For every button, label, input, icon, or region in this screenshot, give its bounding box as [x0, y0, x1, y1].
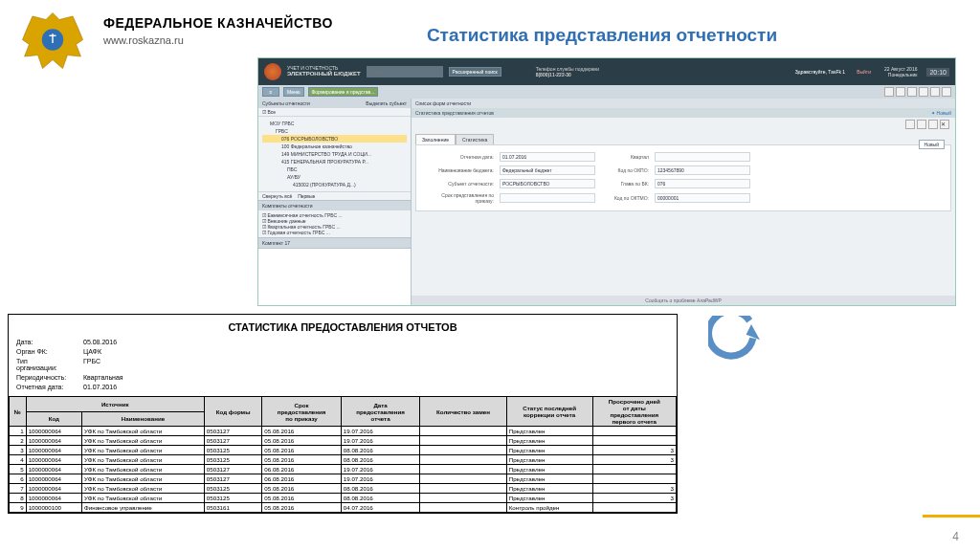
tree-item[interactable]: МОУ ГРБС: [262, 120, 407, 127]
org-url: www.roskazna.ru: [103, 34, 333, 46]
tab-statistics[interactable]: Статистика: [456, 134, 494, 144]
main-subbar: Статистика представления отчетов ✦ Новый: [412, 108, 955, 118]
oktmo-field[interactable]: 00000001: [655, 193, 750, 203]
tree-item[interactable]: 100 Федеральное казначейство: [262, 143, 407, 150]
main-panel: Список форм отчетности Статистика предст…: [412, 99, 955, 305]
budget-field[interactable]: Федеральный бюджет: [500, 165, 595, 175]
report-meta: Дата:05.08.2016 Орган ФК:ЦАФК Тип органи…: [16, 339, 669, 390]
tab-fill[interactable]: Заполнение: [415, 134, 456, 144]
report-document: СТАТИСТИКА ПРЕДОСТАВЛЕНИЯ ОТЧЕТОВ Дата:0…: [8, 314, 678, 514]
glava-field[interactable]: 076: [655, 179, 750, 188]
sidebar: Субъекты отчетности Выделить субъект ☑ В…: [258, 99, 412, 305]
accent-bar: [923, 515, 980, 518]
menu-button[interactable]: Меню: [283, 87, 304, 97]
subjects-tree[interactable]: МОУ ГРБС ГРБС 076 РОСРЫБОЛОВСТВО 100 Фед…: [258, 117, 411, 191]
table-row: 11000000064УФК по Тамбовской области0503…: [10, 427, 677, 436]
panel-action-icon[interactable]: [917, 120, 926, 129]
tree-item[interactable]: ГРБС: [262, 127, 407, 135]
toolbar-icon-6[interactable]: [942, 87, 951, 97]
status-bar[interactable]: Сообщить о проблеме АлаРаdWP: [412, 296, 955, 305]
table-row: 71000000064УФК по Тамбовской области0503…: [10, 484, 677, 494]
panel-action-icon[interactable]: [905, 120, 915, 129]
logout-link[interactable]: Выйти: [857, 69, 871, 75]
page-title: Статистика представления отчетности: [427, 25, 777, 46]
kit-checkbox[interactable]: Годовая отчетность ГРБС ...: [262, 230, 407, 235]
toolbar-icon-5[interactable]: [930, 87, 940, 97]
toolbar-icon-2[interactable]: [896, 87, 905, 97]
svg-marker-3: [746, 324, 760, 340]
table-row: 31000000064УФК по Тамбовской области0503…: [10, 446, 677, 455]
form-submit-button[interactable]: Формирование и представ...: [308, 87, 379, 97]
tree-item[interactable]: 415 ГЕНЕРАЛЬНАЯ ПРОКУРАТУРА Р...: [262, 158, 407, 165]
arrow-icon: [708, 316, 760, 367]
search-input[interactable]: [367, 66, 443, 77]
new-badge[interactable]: Новый: [919, 140, 945, 149]
toolbar-icon-3[interactable]: [907, 87, 917, 97]
table-row: 51000000064УФК по Тамбовской области0503…: [10, 465, 677, 474]
app-body: Субъекты отчетности Выделить субъект ☑ В…: [258, 99, 955, 305]
panel-action-icon[interactable]: [928, 120, 938, 129]
report-title: СТАТИСТИКА ПРЕДОСТАВЛЕНИЯ ОТЧЕТОВ: [16, 321, 669, 333]
svg-rect-2: [52, 33, 53, 43]
subject-field[interactable]: РОСРЫБОЛОВСТВО: [500, 179, 595, 188]
report-date-field[interactable]: 01.07.2016: [500, 152, 595, 162]
app-topbar: УЧЕТ И ОТЧЕТНОСТЬ ЭЛЕКТРОННЫЙ БЮДЖЕТ Рас…: [258, 58, 955, 85]
table-row: 81000000064УФК по Тамбовской области0503…: [10, 494, 677, 503]
sidebar-empty-area: [258, 248, 411, 305]
table-row: 91000000100Финансовое управление05031610…: [10, 503, 677, 513]
collapse-all-link[interactable]: Свернуть всё: [262, 193, 292, 199]
table-row: 21000000064УФК по Тамбовской области0503…: [10, 436, 677, 446]
report-table: № Источник Код формы Срок предоставления…: [9, 396, 677, 513]
clock: 20:10: [926, 68, 949, 77]
app-toolbar: ≡ Меню Формирование и представ...: [258, 85, 955, 99]
panel-close-icon[interactable]: ✕: [940, 120, 949, 129]
table-row: 61000000064УФК по Тамбовской области0503…: [10, 474, 677, 484]
current-date: 22 Август 2016 Понедельник: [884, 66, 918, 77]
first-link[interactable]: Первые: [298, 193, 315, 199]
app-logo-icon: [264, 63, 281, 80]
table-row: 41000000064УФК по Тамбовской области0503…: [10, 455, 677, 465]
toolbar-icons: [884, 87, 951, 97]
tree-item[interactable]: АУ/БУ: [262, 173, 407, 181]
quarter-field[interactable]: [655, 152, 750, 162]
okpo-field[interactable]: 1234567890: [655, 165, 750, 175]
sidebar-panel-kits: Комплекты отчетности Ежемесячная отчетно…: [258, 200, 411, 237]
app-brand: УЧЕТ И ОТЧЕТНОСТЬ ЭЛЕКТРОННЫЙ БЮДЖЕТ: [287, 66, 361, 77]
treasury-emblem-icon: [19, 10, 86, 77]
app-window: УЧЕТ И ОТЧЕТНОСТЬ ЭЛЕКТРОННЫЙ БЮДЖЕТ Рас…: [257, 57, 956, 306]
tree-item[interactable]: ПБС: [262, 165, 407, 173]
tree-item-selected[interactable]: 076 РОСРЫБОЛОВСТВО: [262, 135, 407, 143]
tree-item[interactable]: 415002 (ПРОКУРАТУРА Д...): [262, 181, 407, 188]
org-name: ФЕДЕРАЛЬНОЕ КАЗНАЧЕЙСТВО: [103, 15, 333, 31]
toolbar-icon-1[interactable]: [884, 87, 894, 97]
main-title: Список форм отчетности: [412, 99, 955, 108]
page-number: 4: [952, 530, 959, 543]
user-greeting: Здравствуйте, ТаsFk 1: [795, 69, 845, 75]
form-area: Отчетная дата: 01.07.2016 Квартал Наимен…: [415, 144, 951, 211]
toolbar-icon-4[interactable]: [919, 87, 928, 97]
sidebar-header: Субъекты отчетности Выделить субъект: [258, 99, 411, 108]
tree-item[interactable]: 149 МИНИСТЕРСТВО ТРУДА И СОЦИ...: [262, 150, 407, 158]
support-phone: Телефон службы поддержки 8(800)11-222-30: [536, 66, 599, 77]
adv-search-button[interactable]: Расширенный поиск: [449, 67, 501, 77]
main-tabs: Заполнение Статистика: [415, 134, 951, 144]
menu-toggle-button[interactable]: ≡: [262, 87, 279, 97]
deadline-field[interactable]: [500, 193, 595, 203]
